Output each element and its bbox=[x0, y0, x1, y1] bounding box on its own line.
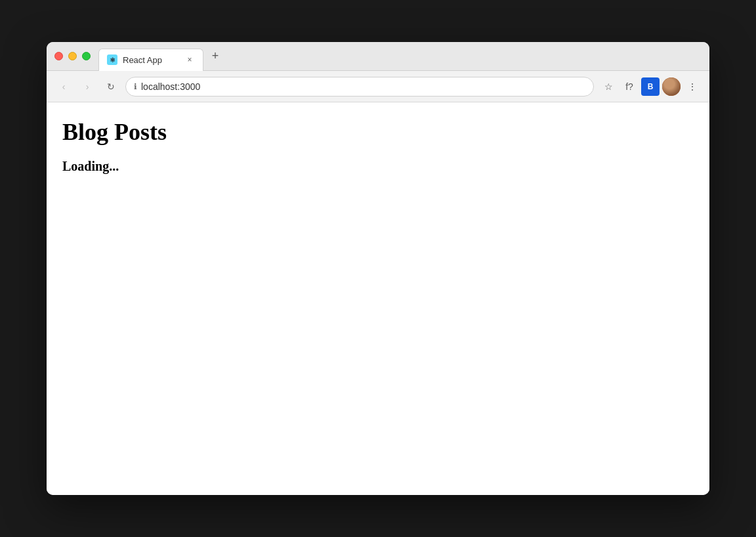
forward-button[interactable]: › bbox=[78, 77, 96, 96]
tab-close-button[interactable]: × bbox=[184, 54, 195, 65]
browser-window: ⚛ React App × + ‹ › ↻ ℹ localhost:3000 ☆… bbox=[47, 42, 709, 495]
address-bar: ‹ › ↻ ℹ localhost:3000 ☆ f? B ⋮ bbox=[47, 71, 709, 102]
url-bar[interactable]: ℹ localhost:3000 bbox=[125, 77, 594, 97]
profile-avatar[interactable] bbox=[662, 77, 681, 96]
title-bar: ⚛ React App × + bbox=[47, 42, 709, 71]
tab-favicon-icon: ⚛ bbox=[107, 54, 117, 65]
info-icon: ℹ bbox=[134, 82, 137, 91]
minimize-window-button[interactable] bbox=[68, 52, 77, 60]
avatar-image bbox=[662, 77, 681, 96]
page-content: Blog Posts Loading... bbox=[47, 102, 709, 495]
browser-actions: ☆ f? B ⋮ bbox=[599, 77, 702, 96]
bookmark-button[interactable]: ☆ bbox=[599, 77, 618, 96]
reload-button[interactable]: ↻ bbox=[102, 77, 120, 96]
tab-title: React App bbox=[123, 55, 179, 65]
more-options-button[interactable]: ⋮ bbox=[683, 77, 702, 96]
fx-button[interactable]: f? bbox=[620, 77, 639, 96]
back-button[interactable]: ‹ bbox=[54, 77, 73, 96]
close-window-button[interactable] bbox=[54, 52, 63, 60]
loading-text: Loading... bbox=[62, 159, 694, 174]
page-heading: Blog Posts bbox=[62, 118, 694, 146]
new-tab-button[interactable]: + bbox=[206, 47, 224, 66]
bitwarden-button[interactable]: B bbox=[641, 77, 660, 96]
url-text: localhost:3000 bbox=[141, 81, 585, 92]
maximize-window-button[interactable] bbox=[82, 52, 91, 60]
tabs-area: ⚛ React App × + bbox=[98, 42, 702, 70]
traffic-lights bbox=[54, 52, 91, 60]
browser-tab[interactable]: ⚛ React App × bbox=[98, 49, 203, 71]
